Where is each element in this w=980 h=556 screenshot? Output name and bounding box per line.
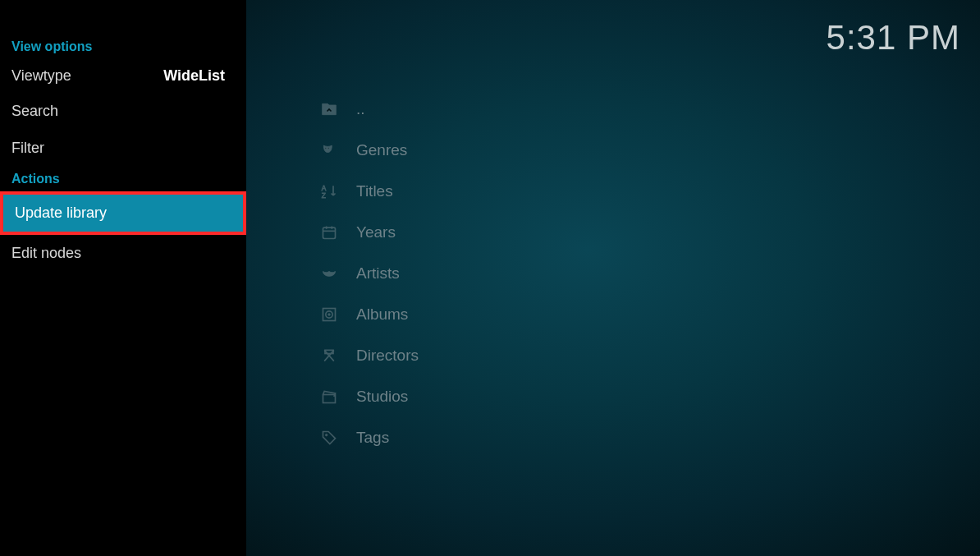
list-item-years[interactable]: Years — [320, 212, 947, 253]
update-library-item[interactable]: Update library — [0, 191, 246, 235]
folder-up-icon — [320, 100, 338, 118]
list-item-genres[interactable]: Genres — [320, 130, 947, 171]
svg-rect-4 — [323, 227, 336, 238]
clock: 5:31 PM — [827, 18, 960, 57]
sort-alpha-icon: AZ — [320, 182, 338, 200]
list-item-titles[interactable]: AZ Titles — [320, 171, 947, 212]
list-item-label: .. — [356, 100, 365, 118]
list-item-label: Directors — [356, 347, 419, 365]
list-item-label: Albums — [356, 306, 408, 324]
list-item-label: Artists — [356, 264, 400, 283]
list-item-label: Tags — [356, 429, 389, 447]
disc-icon — [320, 306, 338, 324]
list-item-studios[interactable]: Studios — [320, 376, 947, 417]
list-item-label: Studios — [356, 388, 408, 406]
theater-masks-icon — [320, 141, 338, 159]
svg-point-1 — [327, 148, 329, 149]
svg-point-10 — [328, 314, 331, 316]
svg-rect-12 — [323, 395, 336, 403]
viewtype-value: WideList — [163, 67, 225, 85]
list-item-parent[interactable]: .. — [320, 89, 947, 130]
list-item-artists[interactable]: Artists — [320, 253, 947, 294]
list-item-tags[interactable]: Tags — [320, 417, 947, 458]
viewtype-label: Viewtype — [11, 67, 71, 85]
edit-nodes-item[interactable]: Edit nodes — [0, 235, 246, 272]
view-options-header: View options — [0, 34, 246, 59]
mask-icon — [320, 264, 338, 283]
tag-icon — [320, 429, 338, 447]
music-videos-list: .. Genres AZ Titles Years Artists Albums — [320, 89, 947, 458]
svg-point-0 — [325, 148, 327, 149]
viewtype-row[interactable]: Viewtype WideList — [0, 59, 246, 93]
side-options-panel: View options Viewtype WideList Search Fi… — [0, 0, 246, 556]
list-item-albums[interactable]: Albums — [320, 294, 947, 335]
calendar-icon — [320, 223, 338, 241]
svg-point-13 — [325, 434, 327, 436]
clapperboard-icon — [320, 388, 338, 406]
svg-text:Z: Z — [322, 191, 326, 200]
actions-header: Actions — [0, 167, 246, 191]
director-chair-icon — [320, 347, 338, 365]
list-item-label: Genres — [356, 141, 407, 159]
list-item-label: Titles — [356, 182, 393, 200]
list-item-label: Years — [356, 223, 396, 241]
search-item[interactable]: Search — [0, 93, 246, 130]
list-item-directors[interactable]: Directors — [320, 335, 947, 376]
filter-item[interactable]: Filter — [0, 130, 246, 167]
